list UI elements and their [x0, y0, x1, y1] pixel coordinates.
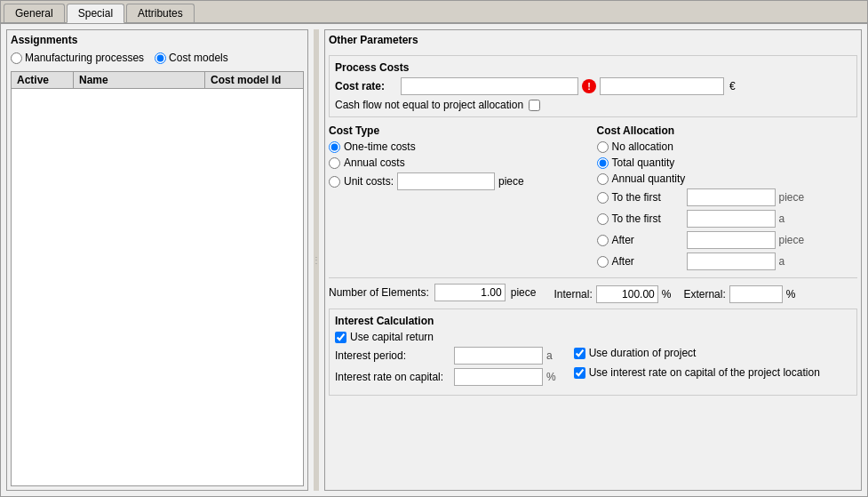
- after-piece-radio[interactable]: [597, 235, 609, 246]
- no-allocation-radio[interactable]: [597, 141, 609, 153]
- internal-external-section: Internal: % External: %: [553, 285, 795, 303]
- cost-rate-row: Cost rate: ! €: [335, 77, 851, 95]
- interest-period-row: Interest period: a: [335, 347, 556, 365]
- unit-costs-input[interactable]: [397, 172, 495, 190]
- interest-left: Interest period: a Interest rate on capi…: [335, 347, 556, 389]
- annual-costs-label: Annual costs: [344, 156, 405, 169]
- col-name-header: Name: [74, 72, 205, 88]
- cost-models-radio-label[interactable]: Cost models: [155, 52, 228, 64]
- after-piece-input[interactable]: [687, 231, 776, 249]
- internal-input[interactable]: [596, 285, 658, 303]
- panel-splitter[interactable]: ⋮: [314, 29, 319, 491]
- unit-costs-unit: piece: [498, 175, 524, 188]
- after-a-radio[interactable]: [597, 256, 609, 268]
- cashflow-row: Cash flow not equal to project allocatio…: [335, 99, 851, 111]
- elements-internal-row: Number of Elements: piece Internal: % Ex…: [329, 277, 857, 305]
- to-first-a-unit: a: [779, 212, 806, 225]
- use-duration-row: Use duration of project: [574, 347, 820, 359]
- elements-section: Number of Elements: piece: [329, 284, 536, 305]
- assignments-panel: Assignments Manufacturing processes Cost…: [6, 29, 308, 491]
- manufacturing-radio[interactable]: [11, 52, 22, 64]
- currency-symbol: €: [729, 80, 736, 92]
- cost-allocation-label: Cost Allocation: [597, 124, 858, 137]
- cost-type-label: Cost Type: [329, 124, 590, 137]
- assignment-table[interactable]: Active Name Cost model Id: [11, 71, 304, 486]
- interest-fields: Interest period: a Interest rate on capi…: [335, 347, 851, 389]
- cost-rate-label: Cost rate:: [335, 80, 397, 92]
- interest-period-input[interactable]: [454, 347, 543, 365]
- error-icon: !: [582, 79, 596, 93]
- to-first-piece-label: To the first: [612, 191, 683, 204]
- cost-models-label: Cost models: [169, 52, 228, 64]
- annual-quantity-row: Annual quantity: [597, 172, 858, 185]
- cashflow-label: Cash flow not equal to project allocatio…: [335, 99, 523, 111]
- use-duration-label: Use duration of project: [589, 347, 697, 359]
- cost-type-section: Cost Type One-time costs Annual costs Un…: [329, 124, 590, 274]
- assignment-type-group: Manufacturing processes Cost models: [11, 52, 304, 64]
- cost-rate-input1[interactable]: [401, 77, 578, 95]
- internal-unit: %: [662, 288, 672, 301]
- tab-special[interactable]: Special: [67, 4, 124, 23]
- one-time-radio[interactable]: [329, 141, 340, 153]
- interest-rate-row: Interest rate on capital: %: [335, 368, 556, 386]
- other-parameters-title: Other Parameters: [329, 34, 857, 46]
- interest-period-unit: a: [546, 349, 553, 362]
- to-first-piece-row: To the first piece: [597, 188, 858, 206]
- process-costs-label: Process Costs: [335, 61, 851, 74]
- annual-costs-radio[interactable]: [329, 157, 340, 169]
- elements-unit: piece: [511, 286, 537, 299]
- use-interest-rate-label: Use interest rate on capital of the proj…: [589, 366, 820, 379]
- to-first-piece-radio[interactable]: [597, 192, 609, 204]
- no-allocation-label: No allocation: [612, 140, 673, 153]
- manufacturing-radio-label[interactable]: Manufacturing processes: [11, 52, 144, 64]
- after-piece-row: After piece: [597, 231, 858, 249]
- use-capital-return-checkbox[interactable]: [335, 332, 346, 343]
- cashflow-checkbox[interactable]: [529, 100, 540, 111]
- to-first-piece-unit: piece: [779, 191, 806, 204]
- cost-models-radio[interactable]: [155, 52, 166, 64]
- col-costmodelid-header: Cost model Id: [205, 72, 303, 88]
- table-header: Active Name Cost model Id: [12, 72, 303, 89]
- content-area: Assignments Manufacturing processes Cost…: [1, 24, 867, 496]
- tab-bar: General Special Attributes: [1, 1, 867, 24]
- after-piece-label: After: [612, 234, 683, 246]
- external-unit: %: [786, 288, 796, 301]
- use-duration-checkbox[interactable]: [574, 348, 585, 359]
- interest-rate-unit: %: [546, 371, 556, 383]
- cost-type-allocation-area: Cost Type One-time costs Annual costs Un…: [329, 124, 857, 274]
- interest-rate-label: Interest rate on capital:: [335, 371, 450, 383]
- process-costs-section: Process Costs Cost rate: ! € Cash flow n…: [329, 55, 857, 117]
- total-quantity-radio[interactable]: [597, 157, 609, 169]
- total-quantity-row: Total quantity: [597, 156, 858, 169]
- one-time-costs-row: One-time costs: [329, 140, 590, 153]
- to-first-a-radio[interactable]: [597, 213, 609, 225]
- tab-attributes[interactable]: Attributes: [126, 4, 195, 22]
- external-input[interactable]: [729, 285, 783, 303]
- elements-input[interactable]: [434, 284, 506, 301]
- tab-general[interactable]: General: [4, 4, 65, 22]
- interest-period-label: Interest period:: [335, 349, 450, 362]
- cost-rate-input2[interactable]: [600, 77, 724, 95]
- no-allocation-row: No allocation: [597, 140, 858, 153]
- interest-rate-input[interactable]: [454, 368, 543, 386]
- after-a-unit: a: [779, 255, 806, 268]
- interest-right: Use duration of project Use interest rat…: [574, 347, 820, 389]
- to-first-piece-input[interactable]: [687, 188, 776, 206]
- to-first-a-row: To the first a: [597, 210, 858, 228]
- use-capital-return-label: Use capital return: [350, 331, 434, 343]
- unit-costs-radio[interactable]: [329, 176, 340, 188]
- other-parameters-panel: Other Parameters Process Costs Cost rate…: [324, 29, 862, 491]
- unit-costs-label: Unit costs:: [344, 175, 394, 188]
- after-a-label: After: [612, 255, 683, 268]
- interest-calc-label: Interest Calculation: [335, 315, 851, 327]
- to-first-a-input[interactable]: [687, 210, 776, 228]
- after-a-input[interactable]: [687, 253, 776, 270]
- annual-quantity-radio[interactable]: [597, 173, 609, 185]
- elements-label: Number of Elements:: [329, 286, 429, 299]
- use-interest-rate-row: Use interest rate on capital of the proj…: [574, 366, 820, 379]
- assignments-title: Assignments: [11, 34, 304, 46]
- annual-costs-row: Annual costs: [329, 156, 590, 169]
- one-time-label: One-time costs: [344, 140, 416, 153]
- external-label: External:: [683, 288, 725, 301]
- use-interest-rate-checkbox[interactable]: [574, 367, 585, 379]
